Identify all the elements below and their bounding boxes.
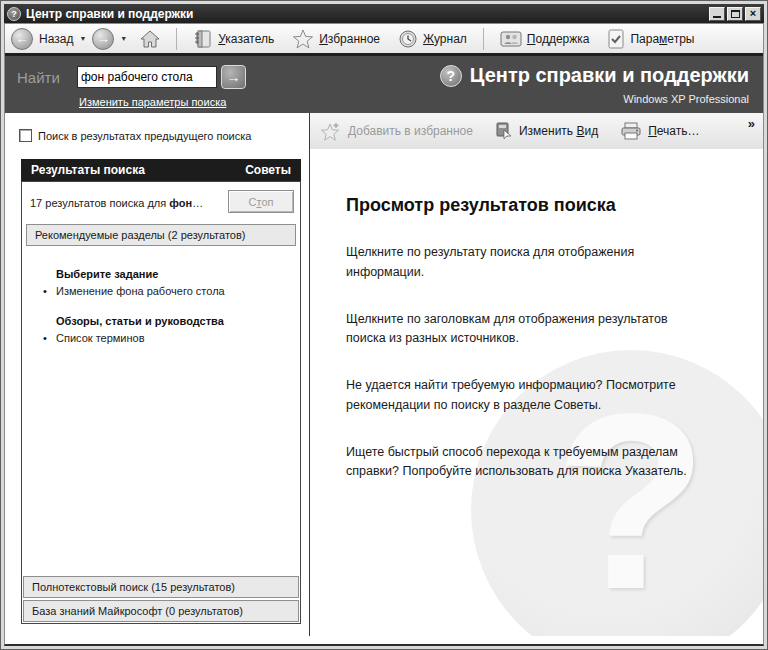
results-summary-row: 17 результатов поиска для фон… Стоп	[22, 182, 300, 224]
search-input[interactable]	[77, 66, 217, 88]
topic-paragraph: Щелкните по результату поиска для отобра…	[346, 243, 691, 283]
topic-toolbar: Добавить в избранное Изменить Вид Печать…	[310, 113, 763, 149]
section-recommended-label: Рекомендуемые разделы (2 результатов)	[35, 229, 245, 241]
add-to-favorites-label: Добавить в избранное	[348, 124, 473, 138]
search-header-band: Найти → Изменить параметры поиска ? Цент…	[5, 53, 763, 113]
windows-edition-label: Windows XP Professional	[440, 93, 749, 105]
find-label: Найти	[17, 69, 60, 86]
results-panel-header: Результаты поиска Советы	[21, 159, 301, 181]
go-arrow-icon: →	[227, 69, 241, 85]
result-link-label: Изменение фона рабочего стола	[56, 285, 225, 297]
section-fulltext-label: Полнотекстовый поиск (15 результатов)	[32, 581, 235, 593]
forward-arrow-icon: →	[97, 31, 110, 46]
band-title-area: ? Центр справки и поддержки Windows XP P…	[440, 64, 749, 105]
topic-panel: Добавить в избранное Изменить Вид Печать…	[309, 113, 763, 636]
app-title: Центр справки и поддержки	[470, 64, 749, 87]
print-button[interactable]: Печать…	[620, 122, 699, 140]
maximize-button[interactable]	[727, 7, 743, 21]
back-dropdown-caret-icon[interactable]: ▼	[79, 35, 86, 42]
close-icon: ×	[750, 8, 756, 19]
options-button[interactable]: Параметры	[607, 29, 694, 49]
toolbar-separator	[176, 28, 177, 50]
topic-content: ? Просмотр результатов поиска Щелкните п…	[310, 149, 763, 636]
add-to-favorites-button[interactable]: Добавить в избранное	[320, 121, 473, 141]
result-link[interactable]: • Изменение фона рабочего стола	[22, 285, 300, 297]
stop-button-label: Стоп	[249, 196, 274, 208]
result-list: Выберите задание • Изменение фона рабоче…	[22, 246, 300, 574]
search-in-previous-results-option[interactable]: Поиск в результатах предыдущего поиска	[19, 129, 251, 142]
search-results-panel: Поиск в результатах предыдущего поиска Р…	[11, 113, 309, 636]
results-summary: 17 результатов поиска для фон…	[30, 197, 203, 209]
results-box: 17 результатов поиска для фон… Стоп Реко…	[21, 181, 301, 624]
change-view-button[interactable]: Изменить Вид	[495, 122, 598, 140]
section-knowledge-base[interactable]: База знаний Майкрософт (0 результатов)	[23, 600, 299, 622]
result-link-label: Список терминов	[56, 332, 145, 344]
bullet-icon: •	[43, 285, 47, 297]
help-circle-icon: ?	[440, 65, 462, 87]
options-button-label: Параметры	[630, 32, 694, 46]
print-label: Печать…	[648, 124, 699, 138]
help-circle-icon: ?	[7, 7, 21, 21]
book-icon	[193, 29, 213, 49]
people-icon	[500, 30, 522, 48]
star-plus-icon	[320, 121, 342, 141]
clock-icon	[398, 29, 418, 49]
content-area: Поиск в результатах предыдущего поиска Р…	[5, 113, 763, 644]
history-button[interactable]: Журнал	[398, 29, 467, 49]
topic-paragraph: Ищете быстрый способ перехода к требуемы…	[346, 443, 691, 483]
topic-title: Просмотр результатов поиска	[346, 195, 763, 216]
back-arrow-icon: ←	[16, 31, 29, 46]
support-button[interactable]: Поддержка	[500, 30, 590, 48]
minimize-button[interactable]	[709, 7, 725, 21]
topic-paragraph: Щелкните по заголовкам для отображения р…	[346, 310, 691, 350]
favorites-button-label: Избранное	[319, 32, 380, 46]
change-view-label: Изменить Вид	[519, 124, 598, 138]
section-kb-label: База знаний Майкрософт (0 результатов)	[32, 605, 243, 617]
printer-icon	[620, 122, 642, 140]
help-center-window: ? Центр справки и поддержки × ← Назад ▼ …	[0, 0, 768, 650]
tips-link[interactable]: Советы	[245, 163, 291, 177]
maximize-icon	[731, 10, 740, 18]
section-fulltext-search[interactable]: Полнотекстовый поиск (15 результатов)	[23, 576, 299, 598]
window-body: ← Назад ▼ → ▼ Указатель Избранн	[4, 23, 764, 646]
home-icon	[140, 30, 160, 48]
topic-paragraph: Не удается найти требуемую информацию? П…	[346, 376, 691, 416]
checkbox[interactable]	[19, 129, 32, 142]
result-group-heading: Выберите задание	[22, 268, 300, 280]
check-document-icon	[607, 29, 625, 49]
checkbox-label: Поиск в результатах предыдущего поиска	[38, 130, 251, 142]
support-button-label: Поддержка	[527, 32, 590, 46]
forward-button[interactable]: →	[92, 28, 114, 50]
index-button-label: Указатель	[218, 32, 274, 46]
toolbar-separator	[483, 28, 484, 50]
result-group-heading: Обзоры, статьи и руководства	[22, 315, 300, 327]
history-button-label: Журнал	[423, 32, 467, 46]
window-title: Центр справки и поддержки	[26, 7, 707, 21]
star-icon	[292, 29, 314, 49]
group-gap	[22, 297, 300, 307]
section-recommended-topics[interactable]: Рекомендуемые разделы (2 результатов)	[26, 224, 296, 246]
bullet-icon: •	[43, 332, 47, 344]
result-link[interactable]: • Список терминов	[22, 332, 300, 344]
forward-dropdown-caret-icon[interactable]: ▼	[120, 35, 127, 42]
toolbar-overflow-chevron-icon[interactable]: »	[748, 116, 755, 131]
change-search-params-link[interactable]: Изменить параметры поиска	[79, 96, 226, 108]
minimize-icon	[713, 16, 721, 18]
index-button[interactable]: Указатель	[193, 29, 274, 49]
results-header-label: Результаты поиска	[31, 163, 145, 177]
back-button-label: Назад	[39, 32, 73, 46]
search-go-button[interactable]: →	[221, 65, 246, 89]
change-view-icon	[495, 122, 513, 140]
stop-button[interactable]: Стоп	[228, 190, 294, 213]
favorites-button[interactable]: Избранное	[292, 29, 380, 49]
back-button[interactable]: ←	[11, 28, 33, 50]
close-button[interactable]: ×	[745, 7, 761, 21]
nav-toolbar: ← Назад ▼ → ▼ Указатель Избранн	[5, 24, 763, 53]
titlebar[interactable]: ? Центр справки и поддержки ×	[4, 4, 764, 23]
home-button[interactable]	[140, 30, 160, 48]
